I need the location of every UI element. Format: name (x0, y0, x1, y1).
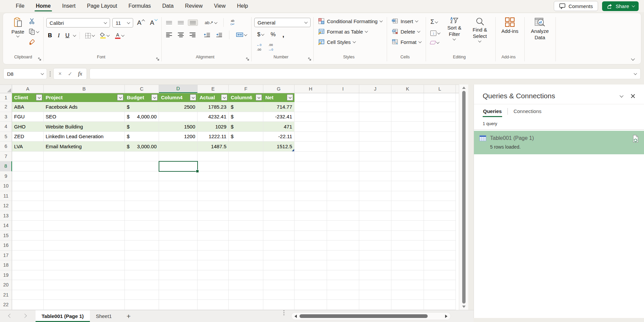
cell-I20[interactable] (327, 280, 359, 290)
cell-F11[interactable] (229, 191, 263, 201)
cell-A14[interactable] (12, 221, 44, 231)
cell-C2[interactable]: $ (125, 102, 159, 112)
menu-tab-view[interactable]: View (208, 0, 231, 12)
format-cells-button[interactable]: Format (390, 38, 423, 46)
scroll-left-icon[interactable] (294, 315, 297, 318)
clear-chevron-icon[interactable] (436, 41, 439, 44)
column-header-I[interactable]: I (327, 85, 359, 93)
cell-G18[interactable] (263, 260, 294, 270)
menu-tab-file[interactable]: File (10, 0, 30, 12)
cell-K4[interactable] (391, 122, 424, 132)
cell-B21[interactable] (44, 290, 125, 300)
cell-D15[interactable] (159, 231, 198, 241)
cell-L20[interactable] (424, 280, 456, 290)
cell-D14[interactable] (159, 221, 198, 231)
filter-button-column6[interactable] (256, 94, 262, 101)
horizontal-scrollbar-thumb[interactable] (300, 314, 428, 318)
cell-D2[interactable]: 2500 (159, 102, 198, 112)
cut-button[interactable] (27, 16, 41, 25)
autosum-button[interactable]: Σ (429, 17, 442, 27)
row-header-22[interactable]: 22 (0, 300, 12, 310)
top-align-button[interactable] (164, 20, 174, 26)
cell-C1[interactable]: Budget (125, 93, 159, 102)
column-header-G[interactable]: G (263, 85, 294, 93)
cell-D21[interactable] (159, 290, 198, 300)
cell-L6[interactable] (424, 142, 456, 152)
cell-K20[interactable] (391, 280, 424, 290)
fill-button[interactable]: ↓ (429, 29, 442, 37)
cell-K8[interactable] (391, 161, 424, 171)
cell-I21[interactable] (327, 290, 359, 300)
cell-K3[interactable] (391, 112, 424, 122)
cell-F19[interactable] (229, 270, 263, 280)
cell-L17[interactable] (424, 251, 456, 261)
cell-C13[interactable] (125, 211, 159, 221)
cell-H12[interactable] (294, 201, 327, 211)
sheet-tab-table001-page-1-[interactable]: Table001 (Page 1) (36, 310, 90, 322)
cell-L1[interactable] (424, 93, 456, 102)
cell-B9[interactable] (44, 171, 125, 181)
row-header-5[interactable]: 5 (0, 132, 12, 142)
filter-button-actual[interactable] (221, 94, 227, 101)
cell-J15[interactable] (359, 231, 391, 241)
cell-F12[interactable] (229, 201, 263, 211)
cell-H15[interactable] (294, 231, 327, 241)
panel-close-icon[interactable] (630, 94, 635, 99)
cell-A6[interactable]: LVA (12, 142, 44, 152)
insert-function-icon[interactable]: fx (76, 70, 85, 77)
cell-L16[interactable] (424, 240, 456, 251)
cell-L5[interactable] (424, 132, 456, 142)
cell-L4[interactable] (424, 122, 456, 132)
cell-E9[interactable] (198, 171, 229, 181)
cell-I15[interactable] (327, 231, 359, 241)
cell-A19[interactable] (12, 270, 44, 280)
filter-button-project[interactable] (117, 94, 123, 101)
cell-L15[interactable] (424, 231, 456, 241)
format-painter-button[interactable] (27, 38, 41, 47)
cell-H21[interactable] (294, 290, 327, 300)
scroll-up-icon[interactable] (462, 87, 466, 89)
cell-I10[interactable] (327, 181, 359, 191)
cell-H4[interactable] (294, 122, 327, 132)
cell-K1[interactable] (391, 93, 424, 102)
cell-B11[interactable] (44, 191, 125, 201)
clear-button[interactable] (429, 40, 442, 46)
cell-F14[interactable] (229, 221, 263, 231)
cell-H2[interactable] (294, 102, 327, 112)
cell-K13[interactable] (391, 211, 424, 221)
row-header-13[interactable]: 13 (0, 211, 12, 221)
cell-B17[interactable] (44, 251, 125, 261)
middle-align-button[interactable] (176, 20, 185, 26)
query-item[interactable]: Table001 (Page 1) 5 rows loaded. (474, 131, 644, 154)
cell-C9[interactable] (125, 171, 159, 181)
column-header-F[interactable]: F (229, 85, 263, 93)
cell-G13[interactable] (263, 211, 294, 221)
cell-A22[interactable] (12, 300, 44, 310)
cell-A17[interactable] (12, 251, 44, 261)
cell-F6[interactable] (229, 142, 263, 152)
cell-H16[interactable] (294, 240, 327, 251)
cell-D22[interactable] (159, 300, 198, 310)
decrease-font-size-button[interactable]: A (148, 18, 159, 28)
cell-A4[interactable]: GHO (12, 122, 44, 132)
row-header-10[interactable]: 10 (0, 181, 12, 191)
cell-J8[interactable] (359, 161, 391, 171)
column-header-J[interactable]: J (359, 85, 391, 93)
cell-L7[interactable] (424, 152, 456, 162)
cell-G8[interactable] (263, 161, 294, 171)
cell-C14[interactable] (125, 221, 159, 231)
insert-cells-button[interactable]: Insert (390, 17, 423, 25)
font-color-chevron-icon[interactable] (121, 34, 124, 37)
clipboard-dialog-launcher[interactable] (38, 57, 42, 61)
query-refresh-icon[interactable] (632, 135, 639, 143)
cell-L8[interactable] (424, 161, 456, 171)
row-header-6[interactable]: 6 (0, 142, 12, 152)
font-dialog-launcher[interactable] (156, 57, 160, 61)
filter-button-column4[interactable] (190, 94, 196, 101)
cell-I6[interactable] (327, 142, 359, 152)
previous-sheet-icon[interactable] (8, 314, 12, 318)
cell-K12[interactable] (391, 201, 424, 211)
cell-G21[interactable] (263, 290, 294, 300)
cell-A20[interactable] (12, 280, 44, 290)
expand-formula-bar-chevron-icon[interactable] (634, 72, 637, 75)
